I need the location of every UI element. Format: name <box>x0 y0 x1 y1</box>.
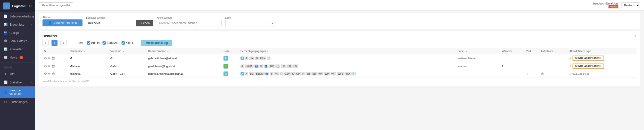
th-sep2 <box>141 48 147 54</box>
label-select-wrapper <box>225 20 275 26</box>
sidebar-item-benutzer-verwalten[interactable]: 👤 Benutzer verwalten <box>0 86 35 98</box>
sidebar-item-cockpit[interactable]: 🏧 Cockpit <box>0 29 35 37</box>
perm-tag: 👤 <box>264 65 268 68</box>
perm-tag: SB <box>306 72 311 75</box>
whitelist-cell: 1 <box>500 62 525 70</box>
sep-cell <box>216 54 222 62</box>
sidebar-item-statistiken[interactable]: 📈 Statistiken › <box>0 78 35 86</box>
users-table: ⚙ Nachname ▲ Vorname ▲ Benutzername ▲ Ro… <box>42 48 636 77</box>
twofa-cell <box>525 62 539 70</box>
perm-tag: BM <box>249 57 254 60</box>
row-actions: ⚙ ✏ 🗑 <box>44 72 66 76</box>
filter-admin-check[interactable]: Admin <box>87 41 100 45</box>
login-cell: ≡ 09.11.23 14:36 <box>568 70 636 77</box>
perm-tag: B <box>270 72 274 75</box>
delete-row-icon[interactable]: 🗑 <box>52 64 55 68</box>
sidebar-label-konverter: Konverter <box>10 48 22 51</box>
sidebar-label-cockpit: Cockpit <box>10 31 20 35</box>
belegverarbeitung-icon: 📄 <box>4 14 8 18</box>
klient-checkbox[interactable] <box>122 41 125 45</box>
sidebar-label-statistiken: Statistiken <box>10 81 23 84</box>
logo-text: LogisthAI <box>12 4 26 8</box>
sidebar-item-ergebnisse[interactable]: 📊 Ergebnisse › <box>0 20 35 29</box>
perm-tag: B&DA <box>255 72 264 75</box>
sidebar-item-info[interactable]: ℹ Info › <box>0 70 35 78</box>
sidebar-item-news[interactable]: 📰 News 1 <box>0 53 35 62</box>
einstellungen-icon: ⚙ <box>4 100 8 104</box>
suchen-button[interactable]: Suchen <box>136 20 153 26</box>
sidebar-item-konverter[interactable]: 🔄 Konverter <box>0 45 35 53</box>
edit-row-icon[interactable]: ✏ <box>48 56 51 60</box>
filter-label: Filter <box>78 42 83 44</box>
perm-tag: B <box>255 57 259 60</box>
sep-cell <box>495 70 500 77</box>
bank-icon: 🏛 <box>4 39 8 43</box>
sidebar-item-belegverarbeitung[interactable]: 📄 Belegverarbeitung › <box>0 12 35 20</box>
perm-tag: P <box>302 72 305 75</box>
rolle-cell: K <box>222 62 239 70</box>
benutzer-checkbox[interactable] <box>102 41 106 45</box>
nachname-cell: Milcheva <box>68 70 103 77</box>
hamburger-icon[interactable]: ≡ <box>570 72 572 76</box>
admin-checkbox[interactable] <box>87 41 90 45</box>
topbar: Kein Klient ausgewählt handbuch@mail.log… <box>35 0 644 10</box>
perm-tag: C&V <box>284 72 291 75</box>
benutzer-erstellen-button[interactable]: 👤 Benutzer erstellen <box>42 19 82 26</box>
filter-benutzer-check[interactable]: Benutzer <box>102 41 118 45</box>
sep-cell <box>216 70 222 77</box>
reload-icon[interactable]: ⟳ <box>634 34 636 38</box>
perm-tag: SD <box>286 65 292 68</box>
perm-tag: A <box>240 65 244 68</box>
settings-row-icon[interactable]: ⚙ <box>44 72 47 76</box>
page-next-button[interactable]: › <box>60 40 66 46</box>
role-badge: K <box>224 64 228 68</box>
perm-tag: WP <box>324 72 330 75</box>
arrow-icon: › <box>31 73 32 75</box>
actions-bar: Aktionen 👤 Benutzer erstellen Benutzer s… <box>39 13 640 29</box>
benutzer-search-input[interactable] <box>86 20 136 26</box>
twofa-check-icon: ✓ <box>526 72 529 76</box>
kein-klient-button[interactable]: Kein Klient ausgewählt <box>39 2 73 8</box>
perm-tag: OP <box>295 72 301 75</box>
perm-tag: A <box>240 57 244 60</box>
hamburger-icon[interactable]: ≡ <box>570 56 572 60</box>
hamburger-icon[interactable]: ≡ <box>570 64 572 68</box>
statistiken-icon: 📈 <box>4 80 8 84</box>
label-cell <box>456 70 495 77</box>
edit-row-icon[interactable]: ✏ <box>48 72 51 76</box>
klient-search-input[interactable] <box>157 20 222 26</box>
language-select[interactable]: Deutsch English <box>621 2 640 8</box>
settings-row-icon[interactable]: ⚙ <box>44 56 47 60</box>
filter-klient-check[interactable]: Klient <box>122 41 133 45</box>
benutzername-cell: g.milcheva@logisth.ai <box>147 62 216 70</box>
settings-row-icon[interactable]: ⚙ <box>44 64 47 68</box>
aktivitaeten-delete-icon[interactable]: 🗑 <box>541 72 544 76</box>
sidebar-item-bank-dateien[interactable]: 🏛 Bank Dateien <box>0 37 35 45</box>
sep-cell <box>141 54 147 62</box>
cockpit-icon: 🏧 <box>4 31 8 35</box>
label-select[interactable] <box>225 20 275 26</box>
login-cell: ≡ SENDE AKTIVIERUNG <box>568 62 636 70</box>
rolle-cell: A <box>222 54 239 62</box>
filter-row: ‹ 1 › Filter Admin Benutzer Klient Multi… <box>42 40 636 46</box>
table-row: ⚙ ✏ 🗑 Milcheva Gabri g.milcheva@logisth.… <box>42 62 636 70</box>
page-prev-button[interactable]: ‹ <box>42 40 48 46</box>
sende-aktivierung-button[interactable]: SENDE AKTIVIERUNG <box>572 64 604 69</box>
th-aktivitaeten: Aktivitäten <box>539 48 568 54</box>
multibearbeitung-button[interactable]: Multibearbeitung <box>141 40 172 46</box>
th-login: Aktiv/letzter Login <box>568 48 636 54</box>
perm-tags: A A BM B C&V P <box>240 57 455 60</box>
sep-cell <box>104 70 109 77</box>
sidebar-nav: 📄 Belegverarbeitung › 📊 Ergebnisse › 🏧 C… <box>0 12 35 130</box>
whitelist-cell <box>500 54 525 62</box>
th-rolle: Rolle <box>222 48 239 54</box>
settings-cog-icon[interactable]: ⚙ <box>29 4 32 8</box>
perm-tag: A <box>240 72 244 75</box>
edit-row-icon[interactable]: ✏ <box>48 64 51 68</box>
sidebar-item-einstellungen[interactable]: ⚙ Einstellungen › <box>0 98 35 106</box>
sende-aktivierung-button[interactable]: SENDE AKTIVIERUNG <box>572 56 604 61</box>
user-admin-badge: ADMIN <box>608 5 618 8</box>
delete-row-icon[interactable]: 🗑 <box>52 56 55 60</box>
perm-tag: A <box>244 57 248 60</box>
delete-row-icon[interactable]: 🗑 <box>52 72 55 76</box>
